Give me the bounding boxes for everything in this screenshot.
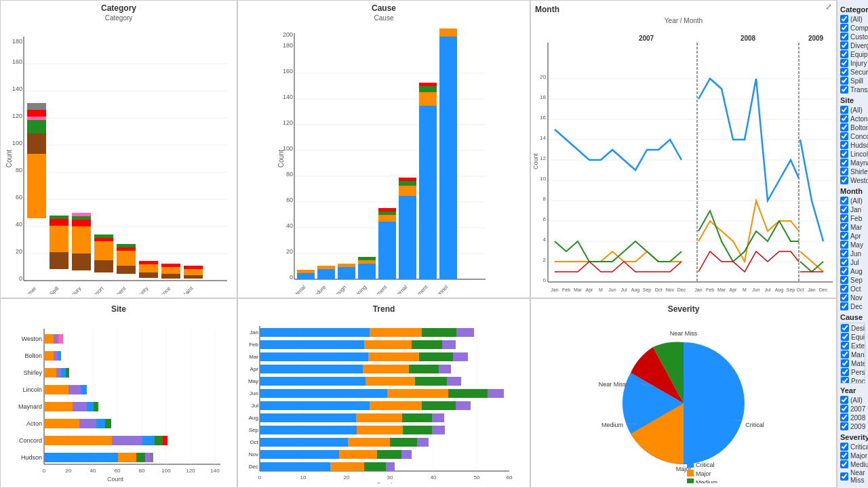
svg-rect-26 xyxy=(50,252,68,269)
sidebar-category-all[interactable]: (All) xyxy=(840,15,865,23)
checkbox-cause-procedure[interactable] xyxy=(841,377,849,384)
checkbox-site-weston[interactable] xyxy=(840,176,848,184)
checkbox-cause-equipment[interactable] xyxy=(841,333,849,341)
sidebar-month-all[interactable]: (All) xyxy=(840,197,865,205)
checkbox-site-lincoln[interactable] xyxy=(840,150,848,158)
checkbox-site-hudson[interactable] xyxy=(840,141,848,149)
checkbox-category-complaint[interactable] xyxy=(840,24,848,32)
sidebar-site-acton[interactable]: Acton xyxy=(840,115,865,123)
checkbox-month-dec[interactable] xyxy=(840,302,848,310)
sidebar-cause-management[interactable]: Managem... xyxy=(841,350,865,359)
cause-scroll[interactable]: Design Equipment External Managem... Mat… xyxy=(840,323,865,384)
checkbox-severity-medium[interactable] xyxy=(840,460,848,468)
checkbox-month-all[interactable] xyxy=(840,197,848,205)
checkbox-month-sep[interactable] xyxy=(840,276,848,284)
sidebar-month-may[interactable]: May xyxy=(840,241,865,249)
checkbox-severity-critical[interactable] xyxy=(840,443,848,451)
checkbox-year-all[interactable] xyxy=(840,396,848,404)
checkbox-month-feb[interactable] xyxy=(840,214,848,222)
checkbox-category-all[interactable] xyxy=(840,15,848,23)
sidebar-month-jan[interactable]: Jan xyxy=(840,205,865,214)
sidebar-category-equipment[interactable]: Equipment xyxy=(840,50,865,58)
sidebar-year-2007[interactable]: 2007 xyxy=(840,405,865,413)
checkbox-month-mar[interactable] xyxy=(840,223,848,231)
svg-rect-205 xyxy=(66,368,69,378)
sidebar-site-bolton[interactable]: Bolton xyxy=(840,123,865,131)
checkbox-site-maynard[interactable] xyxy=(840,159,848,167)
sidebar-month-apr[interactable]: Apr xyxy=(840,232,865,240)
checkbox-cause-material[interactable] xyxy=(841,359,849,367)
sidebar-month-sep[interactable]: Sep xyxy=(840,276,865,284)
sidebar-site-weston[interactable]: Weston xyxy=(840,176,865,184)
sidebar-category-customer[interactable]: Customer xyxy=(840,33,865,41)
sidebar-category-injury[interactable]: Injury xyxy=(840,59,865,67)
sidebar-site-all[interactable]: (All) xyxy=(840,106,865,114)
sidebar-cause-equipment[interactable]: Equipment xyxy=(841,333,865,341)
checkbox-category-injury[interactable] xyxy=(840,59,848,67)
sidebar-month-oct[interactable]: Oct xyxy=(840,285,865,293)
expand-icon[interactable]: ⤢ xyxy=(825,2,832,16)
checkbox-cause-personnel[interactable] xyxy=(841,368,849,376)
sidebar-cause-material[interactable]: Material xyxy=(841,359,865,367)
sidebar-cause-personnel[interactable]: Personnel xyxy=(841,368,865,376)
checkbox-month-nov[interactable] xyxy=(840,293,848,302)
checkbox-site-concord[interactable] xyxy=(840,132,848,140)
sidebar-site-shirley[interactable]: Shirley xyxy=(840,167,865,176)
sidebar-site-lincoln[interactable]: Lincoln xyxy=(840,150,865,158)
svg-rect-95 xyxy=(378,215,396,222)
checkbox-cause-design[interactable] xyxy=(841,324,849,332)
sidebar-year-all[interactable]: (All) xyxy=(840,396,865,404)
checkbox-month-aug[interactable] xyxy=(840,267,848,275)
checkbox-cause-external[interactable] xyxy=(841,342,849,350)
checkbox-category-customer[interactable] xyxy=(840,33,848,41)
sidebar-site-maynard[interactable]: Maynard xyxy=(840,159,865,167)
sidebar-severity-major[interactable]: Major xyxy=(840,451,865,460)
checkbox-month-jul[interactable] xyxy=(840,258,848,266)
checkbox-month-jun[interactable] xyxy=(840,249,848,258)
checkbox-month-oct[interactable] xyxy=(840,285,848,293)
checkbox-year-2009[interactable] xyxy=(840,422,848,430)
sidebar-site-hudson[interactable]: Hudson xyxy=(840,141,865,149)
svg-rect-293 xyxy=(390,438,417,447)
checkbox-month-apr[interactable] xyxy=(840,232,848,240)
sidebar-category-complaint[interactable]: Complaint xyxy=(840,24,865,32)
checkbox-cause-management[interactable] xyxy=(841,350,849,359)
sidebar-cause-design[interactable]: Design xyxy=(841,324,865,332)
sidebar-site-concord[interactable]: Concord xyxy=(840,132,865,140)
checkbox-severity-major[interactable] xyxy=(840,451,848,460)
sidebar-severity-nearmiss[interactable]: Near Miss xyxy=(840,469,865,484)
checkbox-month-may[interactable] xyxy=(840,241,848,249)
sidebar-category-security[interactable]: Security xyxy=(840,68,865,76)
sidebar-severity-medium[interactable]: Medium xyxy=(840,460,865,468)
sidebar-year-2008[interactable]: 2008 xyxy=(840,413,865,422)
sidebar-month-feb[interactable]: Feb xyxy=(840,214,865,222)
checkbox-site-shirley[interactable] xyxy=(840,167,848,176)
checkbox-category-divergence[interactable] xyxy=(840,41,848,49)
checkbox-category-transport[interactable] xyxy=(840,85,848,94)
checkbox-category-equipment[interactable] xyxy=(840,50,848,58)
sidebar-month-aug[interactable]: Aug xyxy=(840,267,865,275)
sidebar-category-transport[interactable]: Transport xyxy=(840,85,865,94)
checkbox-year-2008[interactable] xyxy=(840,413,848,422)
sidebar-category-divergence[interactable]: Divergence xyxy=(840,41,865,49)
svg-rect-218 xyxy=(112,436,142,445)
sidebar-month-jul[interactable]: Jul xyxy=(840,258,865,266)
svg-rect-90 xyxy=(338,264,355,267)
checkbox-month-jan[interactable] xyxy=(840,205,848,214)
sidebar-cause-procedure[interactable]: Procedure xyxy=(841,377,865,384)
sidebar-year-2009[interactable]: 2009 xyxy=(840,422,865,430)
checkbox-site-bolton[interactable] xyxy=(840,123,848,131)
checkbox-severity-nearmiss[interactable] xyxy=(840,472,848,481)
sidebar-month-nov[interactable]: Nov xyxy=(840,293,865,302)
checkbox-year-2007[interactable] xyxy=(840,405,848,413)
checkbox-site-acton[interactable] xyxy=(840,115,848,123)
checkbox-category-security[interactable] xyxy=(840,68,848,76)
sidebar-severity-critical[interactable]: Critical xyxy=(840,443,865,451)
sidebar-month-jun[interactable]: Jun xyxy=(840,249,865,258)
checkbox-site-all[interactable] xyxy=(840,106,848,114)
sidebar-category-spill[interactable]: Spill xyxy=(840,77,865,85)
checkbox-category-spill[interactable] xyxy=(840,77,848,85)
sidebar-month-dec[interactable]: Dec xyxy=(840,302,865,310)
sidebar-cause-external[interactable]: External xyxy=(841,342,865,350)
sidebar-month-mar[interactable]: Mar xyxy=(840,223,865,231)
